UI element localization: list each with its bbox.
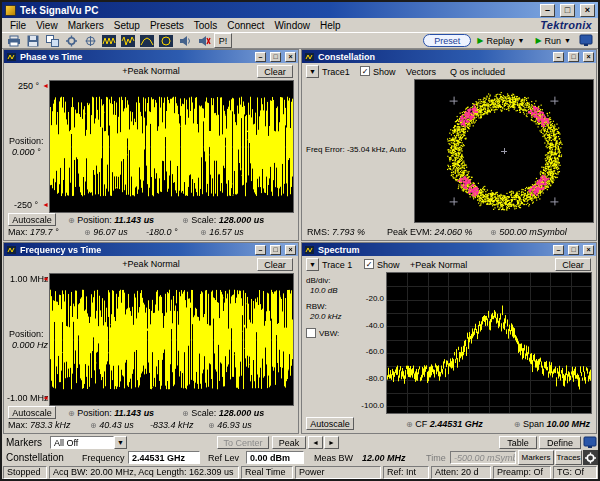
frequency-panel-titlebar[interactable]: Frequency vs Time – □ × xyxy=(4,243,298,256)
display-settings-icon[interactable] xyxy=(577,33,595,48)
close-button[interactable]: × xyxy=(580,4,595,17)
constellation-minimize-icon[interactable]: – xyxy=(553,52,564,62)
constellation-panel-titlebar[interactable]: Constellation – □ × xyxy=(302,50,596,63)
phase-autoscale-button[interactable]: Autoscale xyxy=(8,213,56,226)
meas-bw-value[interactable]: 12.00 MHz xyxy=(362,453,406,463)
vectors-label[interactable]: Vectors xyxy=(406,67,436,77)
settings-gear-icon[interactable] xyxy=(62,33,80,48)
spectrum-trace-label[interactable]: Trace 1 xyxy=(322,260,352,270)
menu-tools[interactable]: Tools xyxy=(189,20,222,31)
phase-display-icon[interactable] xyxy=(100,33,118,48)
minimize-button[interactable]: – xyxy=(540,4,555,17)
menu-file[interactable]: File xyxy=(5,20,31,31)
spectrum-show-checkbox[interactable]: ✓ xyxy=(364,259,374,269)
pulse-measure-button[interactable]: P! xyxy=(214,33,232,48)
constellation-maximize-icon[interactable]: □ xyxy=(568,52,579,62)
ref-level-input[interactable]: 0.00 dBm xyxy=(246,451,304,464)
preset-button[interactable]: Preset xyxy=(423,34,471,47)
spectrum-autoscale-button[interactable]: Autoscale xyxy=(306,417,354,430)
replay-caret-icon[interactable]: ▼ xyxy=(517,37,524,44)
xposition-value[interactable]: 11.143 us xyxy=(114,408,154,418)
menu-connect[interactable]: Connect xyxy=(222,20,269,31)
xscale-value[interactable]: 128.000 us xyxy=(219,215,265,225)
time-input[interactable]: -500.00 mSymbol xyxy=(450,451,516,464)
show-checkbox[interactable]: ✓ xyxy=(360,66,370,76)
settings-gear-icon[interactable] xyxy=(583,450,598,465)
frequency-position-value[interactable]: 0.000 Hz xyxy=(12,340,48,350)
phase-minimize-icon[interactable]: – xyxy=(255,52,266,62)
rbw-value[interactable]: 20.0 kHz xyxy=(310,312,342,321)
dbdiv-value[interactable]: 10.0 dB xyxy=(310,286,338,295)
run-control[interactable]: ▶ Run ▼ xyxy=(530,36,576,46)
phase-plot[interactable] xyxy=(49,80,294,213)
spectrum-trace-caret-button[interactable]: ▼ xyxy=(306,258,319,271)
frequency-ymin-marker-icon[interactable]: ◄ xyxy=(42,394,49,401)
menu-markers[interactable]: Markers xyxy=(63,20,109,31)
xposition-label: Position: xyxy=(77,408,112,418)
marker-define-button[interactable]: Define xyxy=(539,436,581,449)
target-icon[interactable] xyxy=(81,33,99,48)
frequency-display-icon[interactable] xyxy=(119,33,137,48)
spectrum-close-icon[interactable]: × xyxy=(583,245,594,255)
maximize-button[interactable]: □ xyxy=(560,4,575,17)
markers-panel-button[interactable]: Markers xyxy=(518,450,554,465)
frequency-clear-button[interactable]: Clear xyxy=(257,258,293,271)
trace1-caret-button[interactable]: ▼ xyxy=(306,65,319,78)
menu-setup[interactable]: Setup xyxy=(109,20,145,31)
spectrum-clear-button[interactable]: Clear xyxy=(555,258,591,271)
phase-panel-titlebar[interactable]: Phase vs Time – □ × xyxy=(4,50,298,63)
run-caret-icon[interactable]: ▼ xyxy=(564,37,571,44)
phase-ymax-marker-icon[interactable]: ◄ xyxy=(42,82,49,89)
menu-window[interactable]: Window xyxy=(269,20,315,31)
frequency-input[interactable]: 2.44531 GHz xyxy=(128,451,200,464)
phase-ymin-marker-icon[interactable]: ◄ xyxy=(42,201,49,208)
frequency-autoscale-button[interactable]: Autoscale xyxy=(8,406,56,419)
xscale-value[interactable]: 128.000 us xyxy=(219,408,265,418)
constellation-close-icon[interactable]: × xyxy=(583,52,594,62)
menu-view[interactable]: View xyxy=(31,20,63,31)
printer-icon[interactable] xyxy=(5,33,23,48)
xposition-label: Position: xyxy=(77,215,112,225)
phase-position-value[interactable]: 0.000 ° xyxy=(12,147,41,157)
title-bar[interactable]: Tek SignalVu PC – □ × xyxy=(2,2,598,18)
phase-clear-button[interactable]: Clear xyxy=(257,65,293,78)
frequency-panel-icon xyxy=(6,245,17,255)
spectrum-maximize-icon[interactable]: □ xyxy=(568,245,579,255)
marker-table-button[interactable]: Table xyxy=(499,436,537,449)
peak-left-button[interactable]: ◄ xyxy=(308,436,323,449)
span-value[interactable]: 10.00 MHz xyxy=(546,419,590,429)
spectrum-plot[interactable] xyxy=(386,272,592,414)
spectrum-display-icon[interactable] xyxy=(138,33,156,48)
to-center-button[interactable]: To Center xyxy=(217,436,269,449)
frequency-minimize-icon[interactable]: – xyxy=(255,245,266,255)
constellation-plot[interactable] xyxy=(414,79,594,223)
phase-maximize-icon[interactable]: □ xyxy=(270,52,281,62)
frequency-close-icon[interactable]: × xyxy=(285,245,296,255)
phase-ymin-label: -250 ° xyxy=(14,200,38,210)
replay-control[interactable]: ▶ Replay ▼ xyxy=(472,36,529,46)
peak-right-button[interactable]: ► xyxy=(324,436,339,449)
peak-button[interactable]: Peak xyxy=(272,436,306,449)
frequency-ymax-marker-icon[interactable]: ◄ xyxy=(42,275,49,282)
tile-windows-icon[interactable] xyxy=(43,33,61,48)
save-icon[interactable] xyxy=(24,33,42,48)
menu-help[interactable]: Help xyxy=(315,20,346,31)
vbw-checkbox[interactable] xyxy=(306,328,316,338)
audio-icon[interactable] xyxy=(176,33,194,48)
trace1-label[interactable]: Trace1 xyxy=(322,67,350,77)
traces-panel-button[interactable]: Traces xyxy=(555,450,582,465)
cf-value[interactable]: 2.44531 GHz xyxy=(430,419,483,429)
frequency-maximize-icon[interactable]: □ xyxy=(270,245,281,255)
spectrum-minimize-icon[interactable]: – xyxy=(553,245,564,255)
freq-error-readout: Freq Error: -35.04 kHz, Auto xyxy=(306,145,406,154)
constellation-display-icon[interactable] xyxy=(157,33,175,48)
spectrum-panel-titlebar[interactable]: Spectrum – □ × xyxy=(302,243,596,256)
phase-close-icon[interactable]: × xyxy=(285,52,296,62)
xposition-value[interactable]: 11.143 us xyxy=(114,215,154,225)
frequency-plot[interactable] xyxy=(49,273,294,406)
markers-select[interactable]: All Off xyxy=(50,436,114,449)
menu-presets[interactable]: Presets xyxy=(145,20,189,31)
markers-select-caret-icon[interactable]: ▼ xyxy=(114,436,127,449)
marker-display-icon[interactable] xyxy=(583,436,597,449)
audio-mute-icon[interactable] xyxy=(195,33,213,48)
